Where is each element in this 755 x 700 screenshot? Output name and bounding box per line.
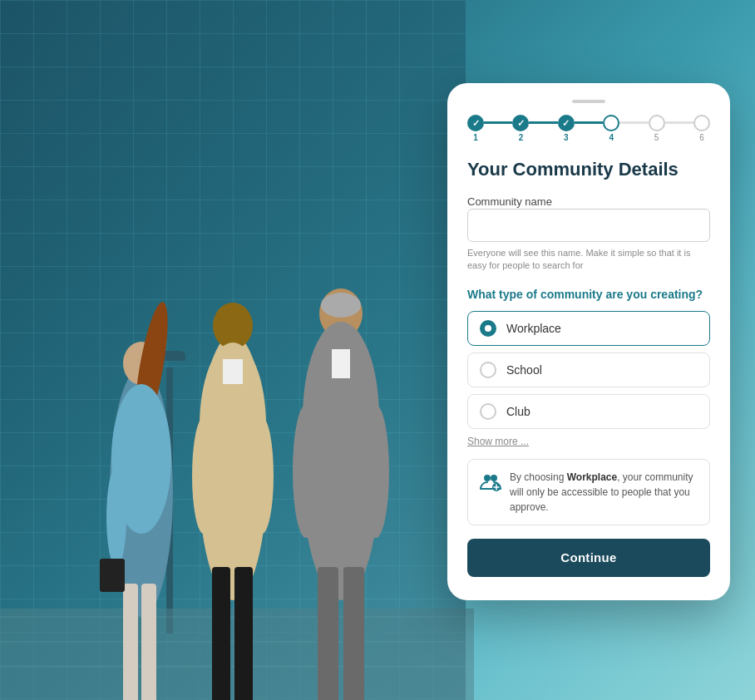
step-circle-6: [693, 115, 710, 131]
step-line-5-6: [665, 121, 693, 124]
progress-stepper: ✓ 1 ✓ 2 ✓ 3 4 5: [467, 115, 710, 142]
svg-point-27: [321, 293, 361, 318]
step-6: 6: [693, 115, 710, 142]
community-type-question: What type of community are you creating?: [467, 288, 710, 301]
step-number-4: 4: [609, 133, 614, 142]
community-info-icon: [480, 471, 501, 496]
svg-rect-20: [234, 567, 253, 700]
step-number-6: 6: [699, 133, 704, 142]
step-line-2-3: [529, 121, 557, 124]
phone-notch: [467, 100, 710, 103]
radio-club: [480, 403, 496, 420]
option-workplace[interactable]: Workplace: [467, 311, 710, 346]
step-line-1-2: [484, 121, 512, 124]
svg-rect-19: [212, 567, 230, 700]
svg-point-37: [484, 475, 491, 481]
step-circle-4: [603, 115, 619, 131]
svg-rect-8: [123, 584, 138, 700]
step-line-3-4: [575, 121, 603, 124]
svg-point-35: [293, 405, 319, 538]
step-5: 5: [649, 115, 665, 142]
option-school[interactable]: School: [467, 352, 710, 387]
checkmark-1: ✓: [472, 118, 480, 129]
step-circle-3: ✓: [558, 115, 575, 131]
option-workplace-label: Workplace: [506, 322, 561, 335]
svg-point-23: [192, 417, 215, 534]
svg-rect-30: [332, 349, 350, 378]
option-school-label: School: [506, 363, 542, 377]
svg-rect-18: [223, 359, 243, 384]
info-box: By choosing Workplace, your community wi…: [467, 459, 710, 525]
step-number-2: 2: [519, 133, 524, 142]
info-text-prefix: By choosing: [510, 471, 567, 483]
info-highlighted-word: Workplace: [567, 471, 617, 483]
checkmark-3: ✓: [562, 118, 570, 129]
step-3: ✓ 3: [558, 115, 575, 142]
page-title: Your Community Details: [467, 159, 710, 180]
svg-point-15: [213, 303, 253, 349]
step-line-4-5: [619, 121, 648, 124]
option-club-label: Club: [506, 405, 530, 418]
show-more-link[interactable]: Show more ...: [467, 436, 710, 447]
step-number-1: 1: [473, 133, 478, 142]
community-name-label: Community name: [467, 195, 552, 208]
option-club[interactable]: Club: [467, 394, 710, 429]
step-2: ✓ 2: [512, 115, 529, 142]
people-silhouettes: [0, 76, 474, 700]
radio-workplace: [480, 320, 496, 337]
svg-point-38: [491, 475, 497, 481]
info-box-text: By choosing Workplace, your community wi…: [510, 470, 698, 515]
step-number-3: 3: [564, 133, 569, 142]
checkmark-2: ✓: [517, 118, 525, 129]
svg-point-24: [250, 417, 274, 534]
phone-card: ✓ 1 ✓ 2 ✓ 3 4 5: [447, 83, 730, 600]
svg-rect-32: [343, 567, 364, 700]
svg-rect-13: [100, 559, 125, 592]
community-name-hint: Everyone will see this name. Make it sim…: [467, 247, 710, 273]
step-circle-1: ✓: [467, 115, 484, 131]
svg-point-36: [363, 405, 389, 538]
svg-rect-9: [141, 584, 156, 700]
step-number-5: 5: [654, 133, 659, 142]
svg-rect-31: [318, 567, 338, 700]
svg-point-12: [106, 467, 126, 567]
continue-button[interactable]: Continue: [467, 539, 710, 577]
community-name-input[interactable]: [467, 209, 710, 242]
notch-bar: [572, 100, 605, 103]
step-4: 4: [603, 115, 619, 142]
radio-school: [480, 362, 496, 378]
step-1: ✓ 1: [467, 115, 484, 142]
step-circle-2: ✓: [512, 115, 529, 131]
step-circle-5: [649, 115, 665, 131]
